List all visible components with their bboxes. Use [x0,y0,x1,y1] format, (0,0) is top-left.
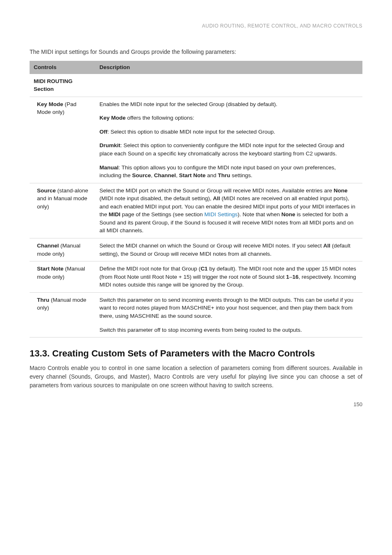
page-number: 150 [30,401,362,407]
km-p2-b: Key Mode [99,115,126,121]
km-p5: Manual: This option allows you to config… [99,164,358,180]
sn-t1: Define the MIDI root note for that Group… [99,266,201,272]
th-controls: Controls [30,61,95,74]
km-p4: Drumkit: Select this option to convenien… [99,141,358,157]
km-p5-b1: Source [132,172,151,178]
ctrl-name: Channel [37,243,59,249]
table-row: Channel (Manual mode only) Select the MI… [30,238,362,261]
section-desc-empty [95,74,362,97]
desc-thru: Switch this parameter on to send incomin… [95,292,362,337]
src-t4: page of the Settings (see section [120,211,204,217]
table-row: Key Mode (Pad Mode only) Enables the MID… [30,97,362,183]
sn-p: Define the MIDI root note for that Group… [99,265,358,289]
km-p3-b: Off [99,129,108,135]
ctrl-startnote: Start Note (Manual mode only) [30,261,95,293]
intro-paragraph: The MIDI input settings for Sounds and G… [30,49,362,55]
km-p4-t: : Select this option to conveniently con… [99,142,344,157]
table-section-row: MIDI ROUTING Section [30,74,362,97]
table-row: Start Note (Manual mode only) Define the… [30,261,362,293]
parameters-table: Controls Description MIDI ROUTING Sectio… [30,61,362,338]
km-p2: Key Mode offers the following options: [99,114,358,122]
desc-startnote: Define the MIDI root note for that Group… [95,261,362,293]
km-p5-b3: Start Note [179,172,206,178]
ctrl-source: Source (stand-alone and in Manual mode o… [30,183,95,238]
section-heading: 13.3. Creating Custom Sets of Parameters… [30,348,362,359]
km-p1: Enables the MIDI note input for the sele… [99,100,358,109]
src-link[interactable]: MIDI Settings [204,211,238,217]
km-p5-b4: Thru [218,172,230,178]
table-row: Thru (Manual mode only) Switch this para… [30,292,362,337]
km-p5-s1: , [151,172,154,178]
km-p5-b0: Manual [99,164,119,171]
km-p3-t: : Select this option to disable MIDI not… [108,129,275,135]
src-b3: MIDI [109,211,121,217]
src-t5: ). Note that when [238,211,281,217]
ch-p: Select the MIDI channel on which the Sou… [99,242,358,258]
table-row: Source (stand-alone and in Manual mode o… [30,183,362,238]
ctrl-name: Source [37,187,56,194]
src-t2: (MIDI note input disabled, the default s… [99,195,213,201]
src-p: Select the MIDI port on which the Sound … [99,187,358,235]
ctrl-channel: Channel (Manual mode only) [30,238,95,261]
ch-b1: All [323,243,330,249]
th-description: Description [95,61,362,74]
km-p3: Off: Select this option to disable MIDI … [99,128,358,136]
km-p4-b: Drumkit [99,142,120,148]
src-b1: None [334,187,348,194]
ctrl-thru: Thru (Manual mode only) [30,292,95,337]
ch-t1: Select the MIDI channel on which the Sou… [99,243,323,249]
src-b2: All [213,195,220,201]
ctrl-keymode: Key Mode (Pad Mode only) [30,97,95,183]
km-p5-s3: and [205,172,218,178]
thru-p2: Switch this parameter off to stop incomi… [99,326,358,334]
running-header: AUDIO ROUTING, REMOTE CONTROL, AND MACRO… [30,23,362,29]
desc-channel: Select the MIDI channel on which the Sou… [95,238,362,261]
section-label: MIDI ROUTING Section [30,74,95,97]
ctrl-name: Thru [37,297,49,303]
sn-b1: C1 [201,266,208,272]
km-p5-end: settings. [230,172,252,178]
desc-source: Select the MIDI port on which the Sound … [95,183,362,238]
src-t1: Select the MIDI port on which the Sound … [99,187,334,194]
src-b4: None [281,211,295,217]
sn-b2: 1 [286,274,289,280]
km-p2-t: offers the following options: [126,115,194,121]
ctrl-name: Key Mode [37,101,63,107]
ctrl-name: Start Note [37,266,64,272]
km-p5-s2: , [176,172,179,178]
km-p5-b2: Channel [154,172,176,178]
desc-keymode: Enables the MIDI note input for the sele… [95,97,362,183]
thru-p1: Switch this parameter on to send incomin… [99,296,358,320]
section-body: Macro Controls enable you to control in … [30,364,362,390]
sn-b3: 16 [292,274,298,280]
